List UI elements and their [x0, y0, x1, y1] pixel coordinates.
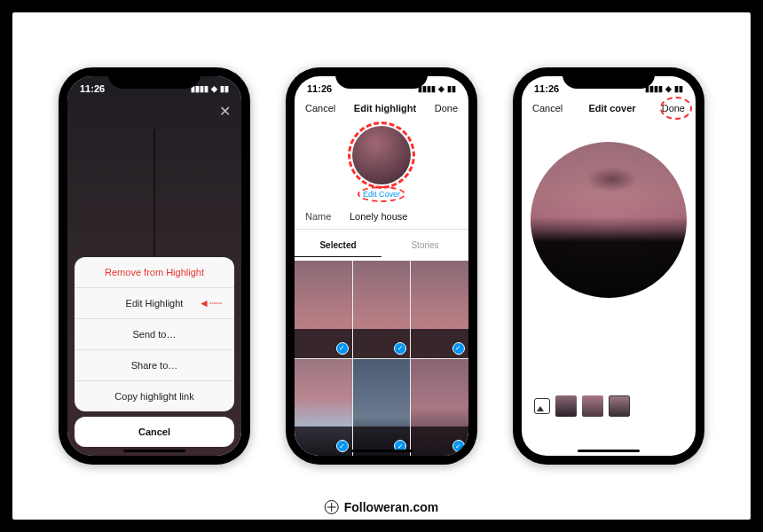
sheet-options: Remove from Highlight Edit Highlight ◄┄┄… [75, 257, 234, 411]
mini-thumbnail[interactable] [582, 395, 603, 417]
nav-header: Cancel Edit cover Done [522, 103, 696, 113]
edit-cover-link[interactable]: Edit Cover [363, 190, 400, 199]
thumbnail[interactable]: ✓ [353, 261, 411, 358]
thumbnail[interactable]: ✓ [295, 261, 352, 358]
watermark-text: Followeran.com [344, 500, 439, 514]
page-title: Edit cover [588, 103, 635, 113]
source-thumbnails [534, 395, 630, 417]
send-to-button[interactable]: Send to… [75, 318, 234, 349]
status-icons: ▮▮▮▮ ◈ ▮▮ [191, 84, 229, 93]
status-time: 11:26 [534, 83, 559, 94]
check-icon: ✓ [394, 342, 406, 355]
check-icon: ✓ [336, 342, 349, 355]
canvas-frame: 11:26 ▮▮▮▮ ◈ ▮▮ ✕ Remove from Highlight [12, 12, 751, 520]
gallery-icon[interactable] [534, 398, 550, 414]
remove-from-highlight-button[interactable]: Remove from Highlight [75, 257, 234, 287]
story-header: ✕ [78, 103, 231, 120]
check-icon: ✓ [452, 440, 465, 452]
edit-highlight-label: Edit Highlight [126, 298, 184, 309]
nav-header: Cancel Edit highlight Done [295, 103, 468, 113]
phone-1: 11:26 ▮▮▮▮ ◈ ▮▮ ✕ Remove from Highlight [59, 67, 250, 465]
wifi-icon: ◈ [665, 84, 672, 93]
check-icon: ✓ [336, 440, 349, 452]
annotation-ring [348, 121, 415, 189]
cover-crop-preview[interactable] [531, 142, 687, 298]
action-sheet: Remove from Highlight Edit Highlight ◄┄┄… [75, 257, 234, 447]
status-time: 11:26 [80, 83, 105, 94]
wifi-icon: ◈ [211, 84, 217, 93]
thumbnail[interactable]: ✓ [353, 359, 411, 457]
tab-selected[interactable]: Selected [295, 234, 382, 257]
thumbnail[interactable]: ✓ [411, 359, 468, 457]
mini-thumbnail-selected[interactable] [609, 395, 630, 417]
close-icon[interactable]: ✕ [219, 103, 231, 120]
battery-icon: ▮▮ [447, 84, 456, 93]
thumbnail[interactable]: ✓ [295, 359, 352, 457]
name-input[interactable]: Lonely house [350, 211, 407, 222]
tabs: Selected Stories [295, 234, 468, 257]
status-icons: ▮▮▮▮ ◈ ▮▮ [645, 84, 683, 93]
notch [108, 67, 201, 89]
phone-2: 11:26 ▮▮▮▮ ◈ ▮▮ Cancel Edit highlight Do… [286, 67, 477, 465]
done-button[interactable]: Done [662, 103, 685, 113]
share-to-button[interactable]: Share to… [75, 349, 234, 380]
check-icon: ✓ [452, 342, 465, 355]
status-icons: ▮▮▮▮ ◈ ▮▮ [418, 84, 456, 93]
globe-icon [325, 500, 339, 514]
done-button[interactable]: Done [435, 103, 458, 113]
wifi-icon: ◈ [438, 84, 444, 93]
thumbnails-grid: ✓ ✓ ✓ ✓ ✓ ✓ [295, 261, 468, 456]
cover-preview[interactable] [352, 126, 411, 184]
battery-icon: ▮▮ [674, 84, 683, 93]
notch [562, 67, 655, 89]
pointer-icon: ◄┄┄ [199, 297, 222, 309]
cancel-button[interactable]: Cancel [75, 417, 234, 447]
name-field-row: Name Lonely house [295, 211, 468, 230]
cancel-button[interactable]: Cancel [532, 103, 562, 113]
annotation-ring-small [358, 186, 405, 202]
screen-1: 11:26 ▮▮▮▮ ◈ ▮▮ ✕ Remove from Highlight [67, 76, 241, 456]
done-label: Done [662, 103, 685, 113]
screen-2: 11:26 ▮▮▮▮ ◈ ▮▮ Cancel Edit highlight Do… [295, 76, 468, 456]
page-title: Edit highlight [354, 103, 416, 113]
home-indicator [123, 450, 185, 452]
tab-stories[interactable]: Stories [382, 234, 468, 257]
screen-3: 11:26 ▮▮▮▮ ◈ ▮▮ Cancel Edit cover Done [522, 76, 696, 456]
edit-highlight-button[interactable]: Edit Highlight ◄┄┄ [75, 287, 234, 318]
phones-row: 11:26 ▮▮▮▮ ◈ ▮▮ ✕ Remove from Highlight [23, 50, 740, 482]
copy-highlight-link-button[interactable]: Copy highlight link [75, 380, 234, 411]
home-indicator [350, 450, 413, 452]
name-label: Name [305, 211, 350, 222]
watermark: Followeran.com [325, 500, 439, 514]
cover-section: Edit Cover [295, 126, 468, 199]
phone-3: 11:26 ▮▮▮▮ ◈ ▮▮ Cancel Edit cover Done [513, 67, 704, 465]
battery-icon: ▮▮ [220, 84, 229, 93]
mini-thumbnail[interactable] [555, 395, 577, 417]
tree-silhouette [153, 129, 155, 262]
thumbnail[interactable]: ✓ [411, 261, 468, 358]
home-indicator [578, 450, 640, 452]
notch [335, 67, 428, 89]
cancel-button[interactable]: Cancel [305, 103, 335, 113]
status-time: 11:26 [307, 83, 332, 94]
